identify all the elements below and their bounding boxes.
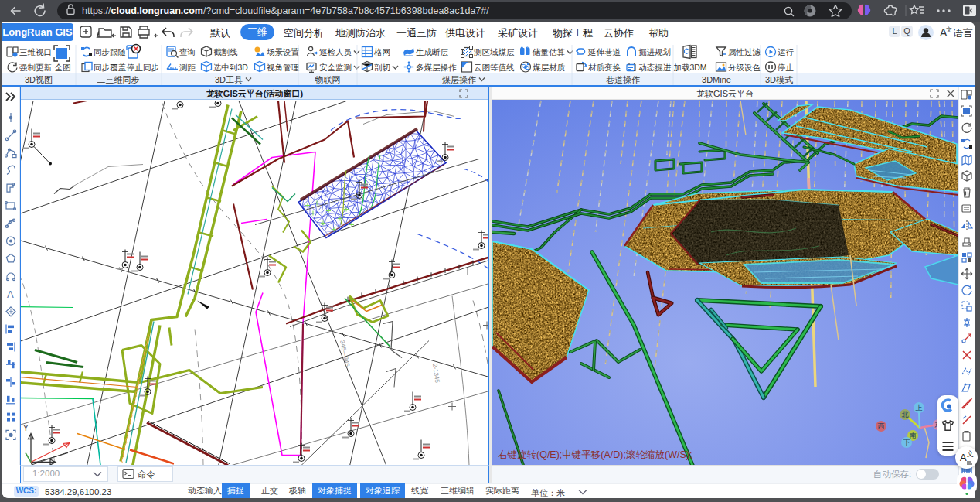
svg-text:安全监测: 安全监测 <box>319 63 352 72</box>
svg-text:上: 上 <box>916 404 923 412</box>
svg-text:动态掘进: 动态掘进 <box>638 63 672 72</box>
svg-text:巡检人员: 巡检人员 <box>319 47 352 56</box>
svg-text:格网: 格网 <box>373 47 390 56</box>
svg-text:3D模式: 3D模式 <box>765 75 793 84</box>
svg-text:同步跟随: 同步跟随 <box>94 47 126 56</box>
svg-text:西: 西 <box>878 422 885 430</box>
svg-text:巷道操作: 巷道操作 <box>606 75 640 84</box>
svg-text:全图: 全图 <box>55 63 71 72</box>
svg-text:3D工具: 3D工具 <box>215 75 243 84</box>
svg-text:视角管理: 视角管理 <box>267 63 300 72</box>
svg-text:三维视口: 三维视口 <box>19 47 52 56</box>
svg-text:生成断层: 生成断层 <box>416 47 449 56</box>
svg-text:选中到3D: 选中到3D <box>213 63 248 72</box>
svg-text:加载3DM: 加载3DM <box>673 63 706 72</box>
svg-text:剖切: 剖切 <box>374 63 390 72</box>
svg-text:同步覆盖: 同步覆盖 <box>94 63 127 72</box>
svg-text:强制更新: 强制更新 <box>19 63 53 72</box>
svg-text:停止: 停止 <box>777 63 795 72</box>
svg-text:物联网: 物联网 <box>315 75 341 84</box>
svg-text:分级设色: 分级设色 <box>728 63 761 72</box>
svg-text:A: A <box>7 289 14 300</box>
svg-text:A: A <box>960 452 967 463</box>
svg-text:文: 文 <box>967 450 974 458</box>
svg-text:测距: 测距 <box>179 63 196 72</box>
svg-text:截割线: 截割线 <box>213 47 238 56</box>
svg-text:二三维同步: 二三维同步 <box>97 75 140 84</box>
svg-text:掘进规划: 掘进规划 <box>638 47 671 56</box>
svg-text:延伸巷道: 延伸巷道 <box>587 47 621 56</box>
svg-text:煤层操作: 煤层操作 <box>442 75 476 84</box>
svg-text:运行: 运行 <box>778 47 795 56</box>
svg-text:属性过滤: 属性过滤 <box>728 47 761 56</box>
svg-text:云图等值线: 云图等值线 <box>474 63 515 72</box>
svg-text:3DMine: 3DMine <box>702 75 731 84</box>
svg-text:右键旋转(Q/E);中键平移(A/D);滚轮缩放(W/S);: 右键旋转(Q/E);中键平移(A/D);滚轮缩放(W/S); <box>498 449 692 460</box>
svg-text:多煤层操作: 多煤层操作 <box>416 63 457 72</box>
svg-text:场景设置: 场景设置 <box>267 47 300 56</box>
svg-text:查询: 查询 <box>179 47 196 56</box>
svg-text:测区域煤层: 测区域煤层 <box>474 47 515 56</box>
svg-text:下: 下 <box>903 439 910 446</box>
svg-text:文: 文 <box>946 26 952 33</box>
svg-text:北: 北 <box>902 411 909 418</box>
svg-text:储量估算: 储量估算 <box>532 47 565 56</box>
svg-text:材质变换: 材质变换 <box>588 63 621 72</box>
svg-text:3D视图: 3D视图 <box>25 75 53 84</box>
svg-text:煤层材质: 煤层材质 <box>533 63 566 72</box>
svg-text:停止同步: 停止同步 <box>126 63 159 72</box>
svg-text:南: 南 <box>910 432 917 439</box>
svg-text:Y: Y <box>23 423 29 432</box>
